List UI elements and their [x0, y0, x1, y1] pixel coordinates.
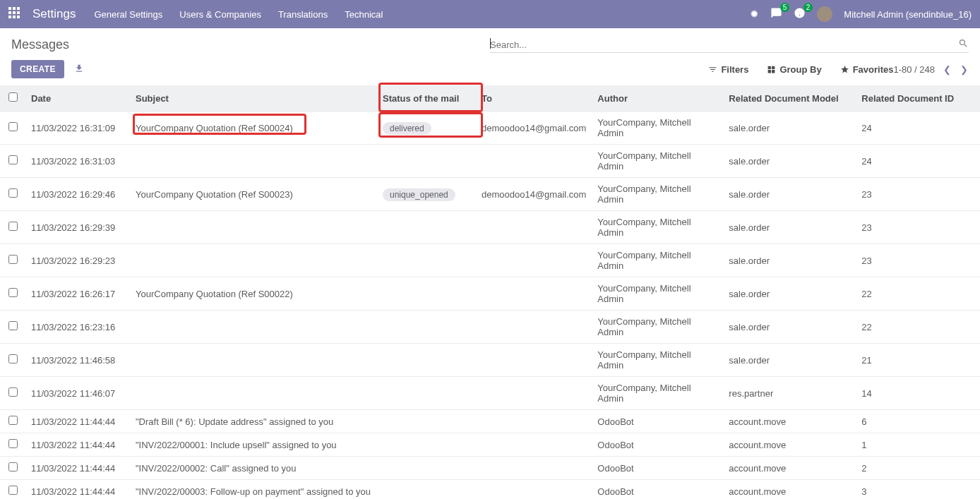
cell-model: sale.order: [723, 244, 856, 277]
table-row[interactable]: 11/03/2022 16:29:46 YourCompany Quotatio…: [0, 178, 980, 211]
cell-date: 11/03/2022 16:31:09: [25, 112, 130, 145]
row-checkbox[interactable]: [8, 155, 18, 164]
cell-doc-id: 23: [856, 178, 980, 211]
col-author[interactable]: Author: [592, 85, 723, 112]
top-nav: General Settings Users & Companies Trans…: [94, 9, 750, 20]
table-row[interactable]: 11/03/2022 16:31:03 YourCompany, Mitchel…: [0, 145, 980, 178]
row-checkbox[interactable]: [8, 188, 18, 198]
row-checkbox[interactable]: [8, 439, 18, 448]
cell-status: unique_opened: [377, 178, 476, 211]
user-name[interactable]: Mitchell Admin (sendinblue_16): [844, 9, 972, 20]
cell-subject: [130, 344, 377, 377]
pager-next-icon[interactable]: ❯: [959, 64, 969, 75]
cell-status: delivered: [377, 112, 476, 145]
cell-status: [377, 211, 476, 244]
nav-users-companies[interactable]: Users & Companies: [179, 9, 261, 20]
cell-to: [476, 433, 592, 457]
row-checkbox[interactable]: [8, 321, 18, 330]
cell-author: OdooBot: [592, 410, 723, 433]
cell-model: sale.order: [723, 178, 856, 211]
nav-translations[interactable]: Translations: [278, 9, 328, 20]
cell-to: [476, 244, 592, 277]
cell-to: [476, 480, 592, 500]
cell-date: 11/03/2022 11:46:58: [25, 344, 130, 377]
cell-model: sale.order: [723, 112, 856, 145]
row-checkbox[interactable]: [8, 255, 18, 264]
row-checkbox[interactable]: [8, 462, 18, 471]
table-row[interactable]: 11/03/2022 16:26:17 YourCompany Quotatio…: [0, 277, 980, 311]
col-to[interactable]: To: [476, 85, 592, 112]
row-checkbox[interactable]: [8, 222, 18, 231]
cell-doc-id: 6: [856, 410, 980, 433]
cell-author: YourCompany, Mitchell Admin: [592, 311, 723, 344]
cell-status: [377, 344, 476, 377]
avatar[interactable]: [817, 6, 832, 22]
row-checkbox[interactable]: [8, 288, 18, 297]
discuss-icon[interactable]: 5: [770, 7, 782, 21]
cell-subject: [130, 311, 377, 344]
table-row[interactable]: 11/03/2022 11:44:44 "INV/2022/00001: Inc…: [0, 433, 980, 457]
page-title: Messages: [11, 37, 490, 52]
cell-author: YourCompany, Mitchell Admin: [592, 277, 723, 311]
cell-subject: [130, 377, 377, 410]
cell-status: [377, 457, 476, 480]
import-button[interactable]: [74, 64, 84, 76]
cell-model: sale.order: [723, 277, 856, 311]
cell-subject: "INV/2022/00002: Call" assigned to you: [130, 457, 377, 480]
table-row[interactable]: 11/03/2022 11:46:58 YourCompany, Mitchel…: [0, 344, 980, 377]
table-row[interactable]: 11/03/2022 11:46:07 YourCompany, Mitchel…: [0, 377, 980, 410]
cell-to: [476, 410, 592, 433]
bug-icon[interactable]: ✹: [750, 8, 759, 20]
col-date[interactable]: Date: [25, 85, 130, 112]
cell-doc-id: 1: [856, 433, 980, 457]
nav-general-settings[interactable]: General Settings: [94, 9, 162, 20]
select-all-checkbox[interactable]: [8, 92, 18, 102]
pager-text[interactable]: 1-80 / 248: [893, 64, 935, 75]
create-button[interactable]: CREATE: [11, 60, 64, 78]
table-row[interactable]: 11/03/2022 11:44:44 "Draft Bill (* 6): U…: [0, 410, 980, 433]
cell-date: 11/03/2022 11:44:44: [25, 480, 130, 500]
table-row[interactable]: 11/03/2022 11:44:44 "INV/2022/00003: Fol…: [0, 480, 980, 500]
filters-button[interactable]: Filters: [708, 64, 748, 75]
col-doc-id[interactable]: Related Document ID: [856, 85, 980, 112]
status-badge: delivered: [383, 122, 431, 135]
cell-subject: [130, 244, 377, 277]
apps-icon[interactable]: [8, 7, 23, 21]
row-checkbox[interactable]: [8, 387, 18, 397]
row-checkbox[interactable]: [8, 486, 18, 495]
cell-date: 11/03/2022 16:29:39: [25, 211, 130, 244]
groupby-button[interactable]: Group By: [767, 64, 821, 75]
table-row[interactable]: 11/03/2022 16:31:09 YourCompany Quotatio…: [0, 112, 980, 145]
table-row[interactable]: 11/03/2022 16:23:16 YourCompany, Mitchel…: [0, 311, 980, 344]
cell-to: [476, 211, 592, 244]
cell-date: 11/03/2022 11:44:44: [25, 457, 130, 480]
col-subject[interactable]: Subject: [130, 85, 377, 112]
cell-to: [476, 311, 592, 344]
app-brand[interactable]: Settings: [32, 7, 76, 21]
nav-technical[interactable]: Technical: [345, 9, 383, 20]
cell-model: sale.order: [723, 211, 856, 244]
row-checkbox[interactable]: [8, 354, 18, 363]
cell-date: 11/03/2022 11:44:44: [25, 433, 130, 457]
cell-subject: YourCompany Quotation (Ref S00023): [130, 178, 377, 211]
cell-author: YourCompany, Mitchell Admin: [592, 145, 723, 178]
row-checkbox[interactable]: [8, 416, 18, 425]
activity-icon[interactable]: 2: [794, 7, 806, 21]
row-checkbox[interactable]: [8, 122, 18, 131]
col-status[interactable]: Status of the mail: [377, 85, 476, 112]
search-icon[interactable]: [958, 38, 969, 51]
table-row[interactable]: 11/03/2022 16:29:39 YourCompany, Mitchel…: [0, 211, 980, 244]
cell-date: 11/03/2022 16:29:23: [25, 244, 130, 277]
cell-model: sale.order: [723, 145, 856, 178]
cell-to: demoodoo14@gmail.com: [476, 178, 592, 211]
cell-to: [476, 377, 592, 410]
table-row[interactable]: 11/03/2022 16:29:23 YourCompany, Mitchel…: [0, 244, 980, 277]
favorites-button[interactable]: Favorites: [840, 64, 894, 75]
cell-model: account.move: [723, 457, 856, 480]
search-input[interactable]: [490, 40, 958, 50]
col-model[interactable]: Related Document Model: [723, 85, 856, 112]
cell-model: account.move: [723, 410, 856, 433]
pager-prev-icon[interactable]: ❮: [942, 64, 952, 75]
cell-doc-id: 14: [856, 377, 980, 410]
table-row[interactable]: 11/03/2022 11:44:44 "INV/2022/00002: Cal…: [0, 457, 980, 480]
